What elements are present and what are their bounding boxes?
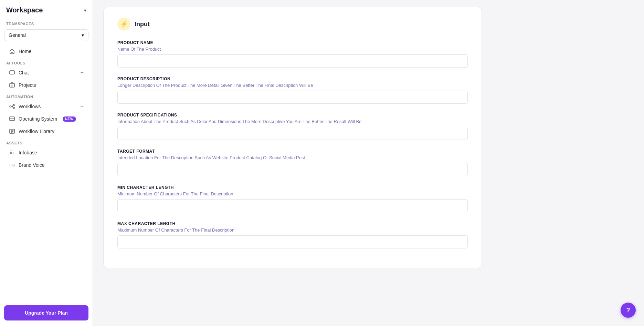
upgrade-button[interactable]: Upgrade Your Plan <box>4 305 88 320</box>
label-product-description: PRODUCT DESCRIPTION <box>117 77 468 81</box>
teamspaces-label: Teamspaces <box>0 18 93 27</box>
label-product-name: PRODUCT NAME <box>117 40 468 45</box>
svg-point-3 <box>13 104 14 106</box>
os-label: Operating System <box>19 116 57 122</box>
workspace-title: Workspace <box>6 6 43 14</box>
workspace-chevron-icon: ▾ <box>84 8 86 13</box>
infobase-label: Infobase <box>19 150 37 155</box>
input-icon: ⚡ <box>117 18 130 31</box>
field-product-specifications: PRODUCT SPECIFICATIONSInformation About … <box>117 113 468 140</box>
workspace-selector[interactable]: Workspace ▾ <box>0 0 93 18</box>
ai-tools-label: AI Tools <box>0 58 93 67</box>
os-icon <box>9 116 15 122</box>
chat-plus-icon[interactable]: + <box>81 70 84 76</box>
form-header: ⚡ Input <box>117 18 468 31</box>
input-product-description[interactable] <box>117 91 468 104</box>
sidebar-item-infobase[interactable]: Infobase <box>3 147 90 159</box>
brand-voice-icon <box>9 162 15 168</box>
label-max-character-length: MAX CHARACTER LENGTH <box>117 221 468 226</box>
chat-label: Chat <box>19 70 29 75</box>
label-min-character-length: MIN CHARACTER LENGTH <box>117 185 468 190</box>
sidebar-item-projects[interactable]: Projects <box>3 79 90 91</box>
automation-label: Automation <box>0 91 93 100</box>
form-card: ⚡ Input PRODUCT NAMEName Of The ProductP… <box>103 7 482 268</box>
home-label: Home <box>19 49 31 54</box>
hint-product-name: Name Of The Product <box>117 47 468 52</box>
sidebar-item-brand-voice[interactable]: Brand Voice <box>3 159 90 171</box>
sidebar: Workspace ▾ Teamspaces General ▾ Home AI… <box>0 0 93 326</box>
projects-icon <box>9 82 15 88</box>
hint-target-format: Intended Location For The Description Su… <box>117 155 468 160</box>
input-max-character-length[interactable] <box>117 235 468 248</box>
sidebar-item-home[interactable]: Home <box>3 45 90 57</box>
label-target-format: TARGET FORMAT <box>117 149 468 154</box>
svg-rect-0 <box>10 71 14 74</box>
home-icon <box>9 48 15 54</box>
brand-voice-label: Brand Voice <box>19 162 45 168</box>
field-min-character-length: MIN CHARACTER LENGTHMinimum Number Of Ch… <box>117 185 468 212</box>
fields-container: PRODUCT NAMEName Of The ProductPRODUCT D… <box>117 40 468 248</box>
assets-label: Assets <box>0 137 93 146</box>
teamspaces-chevron-icon: ▾ <box>82 32 84 38</box>
sidebar-item-workflow-library[interactable]: Workflow Library <box>3 125 90 137</box>
workflows-label: Workflows <box>19 104 41 109</box>
teamspaces-dropdown[interactable]: General ▾ <box>4 29 88 41</box>
sidebar-item-workflows[interactable]: Workflows + <box>3 101 90 112</box>
input-target-format[interactable] <box>117 163 468 176</box>
help-button[interactable]: ? <box>621 303 636 318</box>
workflows-plus-icon[interactable]: + <box>81 103 84 110</box>
svg-point-2 <box>10 106 11 107</box>
hint-min-character-length: Minimum Number Of Characters For The Fin… <box>117 191 468 196</box>
workflow-library-icon <box>9 128 15 134</box>
workflow-library-label: Workflow Library <box>19 129 54 134</box>
workflows-icon <box>9 103 15 110</box>
sidebar-item-operating-system[interactable]: Operating System NEW <box>3 113 90 125</box>
projects-label: Projects <box>19 82 36 88</box>
field-product-name: PRODUCT NAMEName Of The Product <box>117 40 468 68</box>
svg-point-4 <box>13 107 14 109</box>
chat-icon <box>9 70 15 76</box>
os-badge: NEW <box>63 116 76 122</box>
main-content: ⚡ Input PRODUCT NAMEName Of The ProductP… <box>93 0 644 326</box>
label-product-specifications: PRODUCT SPECIFICATIONS <box>117 113 468 118</box>
field-target-format: TARGET FORMATIntended Location For The D… <box>117 149 468 176</box>
field-max-character-length: MAX CHARACTER LENGTHMaximum Number Of Ch… <box>117 221 468 248</box>
teamspaces-value: General <box>9 32 26 38</box>
field-product-description: PRODUCT DESCRIPTIONLonger Description Of… <box>117 77 468 104</box>
input-product-specifications[interactable] <box>117 127 468 140</box>
svg-rect-5 <box>10 117 14 121</box>
form-title: Input <box>135 21 150 28</box>
hint-product-specifications: Information About The Product Such As Co… <box>117 119 468 124</box>
sidebar-item-chat[interactable]: Chat + <box>3 67 90 79</box>
input-min-character-length[interactable] <box>117 199 468 212</box>
input-product-name[interactable] <box>117 54 468 68</box>
hint-max-character-length: Maximum Number Of Characters For The Fin… <box>117 227 468 233</box>
hint-product-description: Longer Description Of The Product The Mo… <box>117 83 468 88</box>
infobase-icon <box>9 150 15 156</box>
